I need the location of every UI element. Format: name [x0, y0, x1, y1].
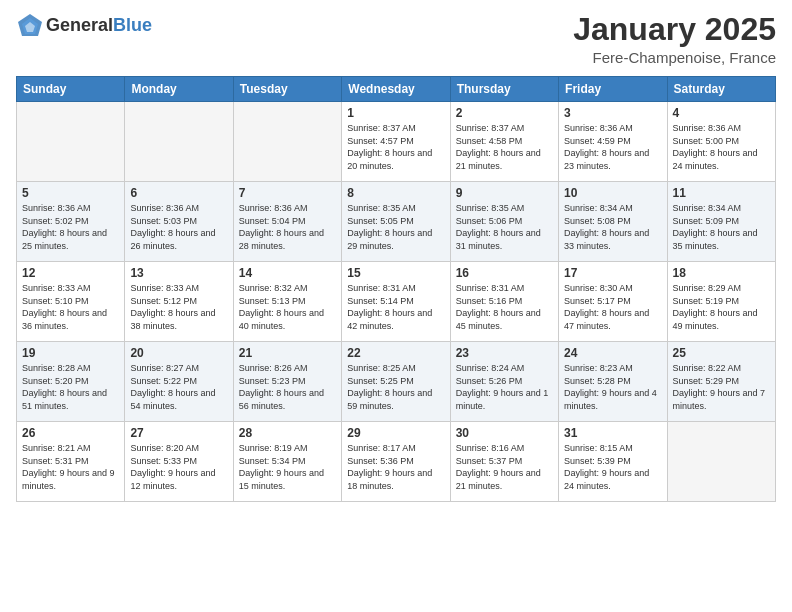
- calendar-cell: [17, 102, 125, 182]
- day-info: Sunrise: 8:20 AM Sunset: 5:33 PM Dayligh…: [130, 442, 227, 492]
- day-info: Sunrise: 8:31 AM Sunset: 5:14 PM Dayligh…: [347, 282, 444, 332]
- day-info: Sunrise: 8:31 AM Sunset: 5:16 PM Dayligh…: [456, 282, 553, 332]
- day-info: Sunrise: 8:32 AM Sunset: 5:13 PM Dayligh…: [239, 282, 336, 332]
- day-number: 19: [22, 346, 119, 360]
- day-info: Sunrise: 8:17 AM Sunset: 5:36 PM Dayligh…: [347, 442, 444, 492]
- day-number: 4: [673, 106, 770, 120]
- calendar-cell: 8Sunrise: 8:35 AM Sunset: 5:05 PM Daylig…: [342, 182, 450, 262]
- logo-icon: [16, 12, 44, 40]
- day-number: 11: [673, 186, 770, 200]
- calendar-cell: 30Sunrise: 8:16 AM Sunset: 5:37 PM Dayli…: [450, 422, 558, 502]
- title-area: January 2025 Fere-Champenoise, France: [573, 12, 776, 66]
- calendar-cell: 6Sunrise: 8:36 AM Sunset: 5:03 PM Daylig…: [125, 182, 233, 262]
- calendar-cell: 22Sunrise: 8:25 AM Sunset: 5:25 PM Dayli…: [342, 342, 450, 422]
- day-info: Sunrise: 8:19 AM Sunset: 5:34 PM Dayligh…: [239, 442, 336, 492]
- calendar-cell: 18Sunrise: 8:29 AM Sunset: 5:19 PM Dayli…: [667, 262, 775, 342]
- day-number: 16: [456, 266, 553, 280]
- day-info: Sunrise: 8:33 AM Sunset: 5:12 PM Dayligh…: [130, 282, 227, 332]
- calendar-cell: 9Sunrise: 8:35 AM Sunset: 5:06 PM Daylig…: [450, 182, 558, 262]
- calendar-cell: 24Sunrise: 8:23 AM Sunset: 5:28 PM Dayli…: [559, 342, 667, 422]
- calendar-cell: 20Sunrise: 8:27 AM Sunset: 5:22 PM Dayli…: [125, 342, 233, 422]
- day-number: 23: [456, 346, 553, 360]
- day-number: 18: [673, 266, 770, 280]
- calendar-cell: 29Sunrise: 8:17 AM Sunset: 5:36 PM Dayli…: [342, 422, 450, 502]
- day-info: Sunrise: 8:36 AM Sunset: 5:03 PM Dayligh…: [130, 202, 227, 252]
- logo-blue: Blue: [113, 15, 152, 35]
- day-number: 29: [347, 426, 444, 440]
- day-number: 25: [673, 346, 770, 360]
- day-info: Sunrise: 8:34 AM Sunset: 5:09 PM Dayligh…: [673, 202, 770, 252]
- day-number: 24: [564, 346, 661, 360]
- weekday-header-row: SundayMondayTuesdayWednesdayThursdayFrid…: [17, 77, 776, 102]
- week-row-5: 26Sunrise: 8:21 AM Sunset: 5:31 PM Dayli…: [17, 422, 776, 502]
- day-info: Sunrise: 8:37 AM Sunset: 4:58 PM Dayligh…: [456, 122, 553, 172]
- day-number: 2: [456, 106, 553, 120]
- day-number: 27: [130, 426, 227, 440]
- location-title: Fere-Champenoise, France: [573, 49, 776, 66]
- day-number: 20: [130, 346, 227, 360]
- calendar-cell: [667, 422, 775, 502]
- day-number: 5: [22, 186, 119, 200]
- weekday-header-thursday: Thursday: [450, 77, 558, 102]
- day-info: Sunrise: 8:26 AM Sunset: 5:23 PM Dayligh…: [239, 362, 336, 412]
- calendar-cell: 31Sunrise: 8:15 AM Sunset: 5:39 PM Dayli…: [559, 422, 667, 502]
- day-number: 13: [130, 266, 227, 280]
- calendar-cell: 23Sunrise: 8:24 AM Sunset: 5:26 PM Dayli…: [450, 342, 558, 422]
- weekday-header-wednesday: Wednesday: [342, 77, 450, 102]
- day-info: Sunrise: 8:27 AM Sunset: 5:22 PM Dayligh…: [130, 362, 227, 412]
- week-row-2: 5Sunrise: 8:36 AM Sunset: 5:02 PM Daylig…: [17, 182, 776, 262]
- day-number: 28: [239, 426, 336, 440]
- weekday-header-sunday: Sunday: [17, 77, 125, 102]
- day-number: 17: [564, 266, 661, 280]
- day-number: 15: [347, 266, 444, 280]
- calendar-cell: [125, 102, 233, 182]
- header: GeneralBlue January 2025 Fere-Champenois…: [16, 12, 776, 66]
- day-info: Sunrise: 8:15 AM Sunset: 5:39 PM Dayligh…: [564, 442, 661, 492]
- day-info: Sunrise: 8:21 AM Sunset: 5:31 PM Dayligh…: [22, 442, 119, 492]
- calendar-cell: 11Sunrise: 8:34 AM Sunset: 5:09 PM Dayli…: [667, 182, 775, 262]
- calendar-cell: 12Sunrise: 8:33 AM Sunset: 5:10 PM Dayli…: [17, 262, 125, 342]
- day-number: 1: [347, 106, 444, 120]
- calendar-cell: 27Sunrise: 8:20 AM Sunset: 5:33 PM Dayli…: [125, 422, 233, 502]
- calendar-cell: 2Sunrise: 8:37 AM Sunset: 4:58 PM Daylig…: [450, 102, 558, 182]
- day-info: Sunrise: 8:30 AM Sunset: 5:17 PM Dayligh…: [564, 282, 661, 332]
- weekday-header-friday: Friday: [559, 77, 667, 102]
- day-number: 8: [347, 186, 444, 200]
- day-info: Sunrise: 8:23 AM Sunset: 5:28 PM Dayligh…: [564, 362, 661, 412]
- week-row-3: 12Sunrise: 8:33 AM Sunset: 5:10 PM Dayli…: [17, 262, 776, 342]
- calendar-cell: 25Sunrise: 8:22 AM Sunset: 5:29 PM Dayli…: [667, 342, 775, 422]
- day-info: Sunrise: 8:36 AM Sunset: 5:02 PM Dayligh…: [22, 202, 119, 252]
- page: GeneralBlue January 2025 Fere-Champenois…: [0, 0, 792, 612]
- day-number: 10: [564, 186, 661, 200]
- calendar-cell: 5Sunrise: 8:36 AM Sunset: 5:02 PM Daylig…: [17, 182, 125, 262]
- day-info: Sunrise: 8:35 AM Sunset: 5:05 PM Dayligh…: [347, 202, 444, 252]
- day-info: Sunrise: 8:24 AM Sunset: 5:26 PM Dayligh…: [456, 362, 553, 412]
- weekday-header-tuesday: Tuesday: [233, 77, 341, 102]
- day-info: Sunrise: 8:28 AM Sunset: 5:20 PM Dayligh…: [22, 362, 119, 412]
- month-title: January 2025: [573, 12, 776, 47]
- calendar-cell: 3Sunrise: 8:36 AM Sunset: 4:59 PM Daylig…: [559, 102, 667, 182]
- logo-text: GeneralBlue: [46, 16, 152, 36]
- day-number: 3: [564, 106, 661, 120]
- calendar-cell: 17Sunrise: 8:30 AM Sunset: 5:17 PM Dayli…: [559, 262, 667, 342]
- day-number: 6: [130, 186, 227, 200]
- day-number: 31: [564, 426, 661, 440]
- calendar-cell: 15Sunrise: 8:31 AM Sunset: 5:14 PM Dayli…: [342, 262, 450, 342]
- day-info: Sunrise: 8:34 AM Sunset: 5:08 PM Dayligh…: [564, 202, 661, 252]
- calendar-cell: 16Sunrise: 8:31 AM Sunset: 5:16 PM Dayli…: [450, 262, 558, 342]
- calendar-cell: 7Sunrise: 8:36 AM Sunset: 5:04 PM Daylig…: [233, 182, 341, 262]
- calendar-cell: 21Sunrise: 8:26 AM Sunset: 5:23 PM Dayli…: [233, 342, 341, 422]
- calendar-cell: 1Sunrise: 8:37 AM Sunset: 4:57 PM Daylig…: [342, 102, 450, 182]
- day-number: 21: [239, 346, 336, 360]
- calendar-cell: 14Sunrise: 8:32 AM Sunset: 5:13 PM Dayli…: [233, 262, 341, 342]
- day-number: 30: [456, 426, 553, 440]
- day-info: Sunrise: 8:36 AM Sunset: 5:04 PM Dayligh…: [239, 202, 336, 252]
- day-info: Sunrise: 8:35 AM Sunset: 5:06 PM Dayligh…: [456, 202, 553, 252]
- calendar-cell: 10Sunrise: 8:34 AM Sunset: 5:08 PM Dayli…: [559, 182, 667, 262]
- day-info: Sunrise: 8:37 AM Sunset: 4:57 PM Dayligh…: [347, 122, 444, 172]
- calendar-cell: 4Sunrise: 8:36 AM Sunset: 5:00 PM Daylig…: [667, 102, 775, 182]
- day-info: Sunrise: 8:33 AM Sunset: 5:10 PM Dayligh…: [22, 282, 119, 332]
- day-number: 12: [22, 266, 119, 280]
- day-info: Sunrise: 8:25 AM Sunset: 5:25 PM Dayligh…: [347, 362, 444, 412]
- day-number: 26: [22, 426, 119, 440]
